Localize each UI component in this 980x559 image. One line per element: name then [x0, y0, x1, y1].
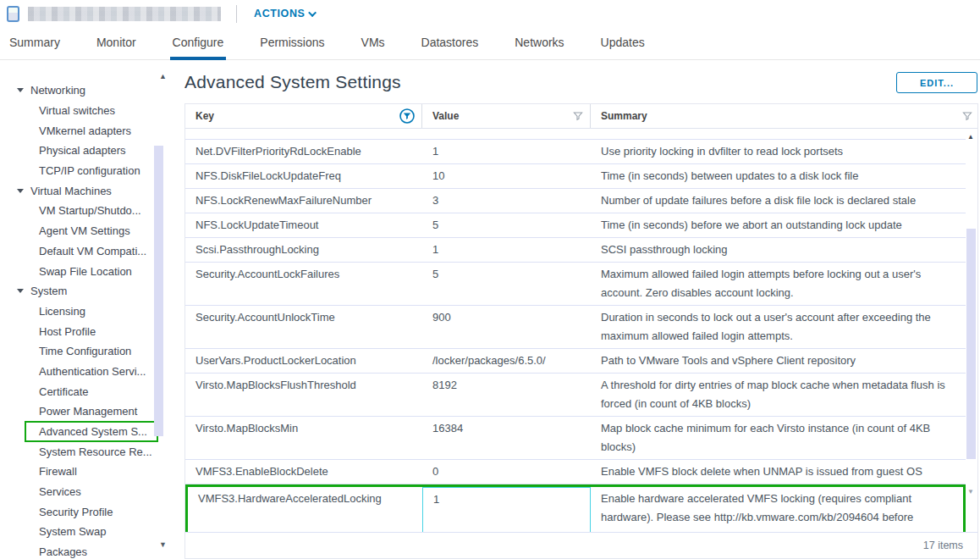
sidebar-item-label: Services — [39, 485, 81, 498]
caret-down-icon — [17, 189, 24, 193]
sidebar-item-certificate[interactable]: Certificate — [0, 381, 173, 401]
tab-label: Datastores — [421, 36, 479, 49]
sidebar-item-firewall[interactable]: Firewall — [0, 462, 173, 482]
top-bar: ACTIONS — [0, 0, 980, 27]
tab-datastores[interactable]: Datastores — [419, 27, 482, 60]
filter-icon[interactable] — [962, 111, 972, 121]
sidebar-item-label: Packages — [39, 545, 87, 558]
tab-label: Summary — [9, 36, 60, 49]
table-row-net-dvfilterpriorityrdlockenable[interactable]: Net.DVFilterPriorityRdLockEnable 1 Use p… — [185, 140, 966, 164]
tab-bar: SummaryMonitorConfigurePermissionsVMsDat… — [0, 27, 980, 60]
filter-active-icon[interactable] — [399, 108, 415, 124]
sidebar-item-security-profile[interactable]: Security Profile — [0, 501, 173, 522]
sidebar-item-virtual-machines[interactable]: Virtual Machines — [0, 180, 173, 201]
tab-label: Updates — [601, 36, 645, 49]
cell-key: NFS.LockUpdateTimeout — [185, 213, 422, 237]
table-row-nfs-lockrenewmaxfailurenumber[interactable]: NFS.LockRenewMaxFailureNumber 3 Number o… — [185, 189, 966, 213]
sidebar-item-vm-startup-shutdo[interactable]: VM Startup/Shutdo... — [0, 201, 173, 221]
sidebar-item-label: Agent VM Settings — [39, 224, 130, 237]
cell-value: 8192 — [422, 374, 591, 416]
sidebar-scrollbar-thumb[interactable] — [154, 146, 163, 436]
sidebar-item-licensing[interactable]: Licensing — [0, 302, 173, 322]
sidebar-item-system-swap[interactable]: System Swap — [0, 522, 173, 542]
table-row-nfs-lockupdatetimeout[interactable]: NFS.LockUpdateTimeout 5 Time (in seconds… — [185, 213, 966, 238]
tab-configure[interactable]: Configure — [170, 27, 227, 60]
cell-summary: Duration in seconds to lock out a user's… — [591, 306, 966, 348]
cell-value: 900 — [422, 306, 591, 348]
main-header: Advanced System Settings EDIT... — [184, 72, 978, 93]
sidebar-scroll-down-icon[interactable]: ▼ — [159, 540, 167, 549]
host-icon — [7, 6, 19, 22]
table-row-vmfs3-enableblockdelete[interactable]: VMFS3.EnableBlockDelete 0 Enable VMFS bl… — [185, 460, 966, 484]
sidebar-item-power-management[interactable]: Power Management — [0, 401, 173, 422]
sidebar-item-label: VM Startup/Shutdo... — [39, 204, 141, 217]
actions-label: ACTIONS — [254, 8, 305, 19]
sidebar-item-tcp-ip-configuration[interactable]: TCP/IP configuration — [0, 161, 173, 181]
tab-label: Configure — [173, 36, 224, 49]
tab-summary[interactable]: Summary — [7, 27, 63, 60]
sidebar-item-label: Firewall — [39, 465, 77, 478]
sidebar-item-label: Advanced System S... — [39, 425, 147, 438]
sidebar-item-vmkernel-adapters[interactable]: VMkernel adapters — [0, 120, 173, 141]
tab-label: VMs — [361, 36, 385, 49]
sidebar-item-label: Authentication Servi... — [39, 365, 146, 378]
tab-permissions[interactable]: Permissions — [257, 27, 327, 60]
sidebar-item-virtual-switches[interactable]: Virtual switches — [0, 101, 173, 121]
settings-table: Key Value — [184, 103, 978, 559]
cell-value: 1 — [422, 487, 591, 532]
actions-button[interactable]: ACTIONS — [254, 8, 317, 19]
table-scroll-up-icon[interactable]: ▲ — [967, 133, 974, 141]
sidebar-item-system-resource-re[interactable]: System Resource Re... — [0, 441, 173, 462]
cell-key: Security.AccountLockFailures — [185, 263, 422, 305]
sidebar-item-physical-adapters[interactable]: Physical adapters — [0, 141, 173, 161]
cell-key: Virsto.MapBlocksMin — [185, 417, 422, 459]
tab-label: Monitor — [96, 36, 136, 49]
filter-icon[interactable] — [573, 111, 583, 121]
sidebar-item-host-profile[interactable]: Host Profile — [0, 321, 173, 341]
cell-key: VMFS3.HardwareAcceleratedLocking — [188, 487, 422, 532]
table-row-security-accountunlocktime[interactable]: Security.AccountUnlockTime 900 Duration … — [185, 306, 966, 349]
sidebar-item-swap-file-location[interactable]: Swap File Location — [0, 261, 173, 281]
sidebar-item-label: Certificate — [39, 385, 89, 398]
sidebar-item-networking[interactable]: Networking — [0, 80, 173, 101]
sidebar-item-packages[interactable]: Packages — [0, 542, 173, 559]
table-row-security-accountlockfailures[interactable]: Security.AccountLockFailures 5 Maximum a… — [185, 263, 966, 306]
column-header-value[interactable]: Value — [422, 104, 591, 128]
cell-value: 16384 — [422, 417, 591, 459]
chevron-down-icon — [309, 8, 317, 17]
table-row-virsto-mapblocksflushthreshold[interactable]: Virsto.MapBlocksFlushThreshold 8192 A th… — [185, 374, 966, 417]
tab-vms[interactable]: VMs — [359, 27, 388, 60]
cell-key: UserVars.ProductLockerLocation — [185, 349, 422, 373]
edit-button[interactable]: EDIT... — [896, 72, 977, 93]
table-row-uservars-productlockerlocation[interactable]: UserVars.ProductLockerLocation /locker/p… — [185, 349, 966, 374]
sidebar-item-time-configuration[interactable]: Time Configuration — [0, 341, 173, 362]
tab-networks[interactable]: Networks — [512, 27, 566, 60]
cell-value: 10 — [422, 164, 591, 188]
cell-summary: Use priority locking in dvfilter to read… — [591, 140, 966, 163]
sidebar-scroll-up-icon[interactable]: ▲ — [159, 72, 167, 80]
sidebar-item-authentication-servi[interactable]: Authentication Servi... — [0, 362, 173, 382]
sidebar-item-advanced-system-s[interactable]: Advanced System S... — [0, 422, 173, 442]
table-row-scsi-passthroughlocking[interactable]: Scsi.PassthroughLocking 1 SCSI passthrou… — [185, 238, 966, 263]
sidebar-item-system[interactable]: System — [0, 281, 173, 302]
table-row-virsto-mapblocksmin[interactable]: Virsto.MapBlocksMin 16384 Map block cach… — [185, 417, 966, 460]
cell-value: 5 — [422, 263, 591, 305]
sidebar-item-agent-vm-settings[interactable]: Agent VM Settings — [0, 221, 173, 241]
sidebar-item-default-vm-compati[interactable]: Default VM Compati... — [0, 241, 173, 262]
tab-updates[interactable]: Updates — [598, 27, 647, 60]
caret-down-icon — [17, 88, 24, 92]
sidebar-item-services[interactable]: Services — [0, 482, 173, 502]
cell-value: 1 — [422, 140, 591, 163]
table-scroll-down-icon[interactable]: ▼ — [967, 488, 974, 495]
table-row-nfs-diskfilelockupdatefreq[interactable]: NFS.DiskFileLockUpdateFreq 10 Time (in s… — [185, 164, 966, 189]
cell-summary: Time (in seconds) before we abort an out… — [591, 213, 966, 237]
items-count: 17 items — [923, 540, 963, 551]
column-header-summary[interactable]: Summary — [591, 104, 977, 128]
column-header-key[interactable]: Key — [185, 104, 422, 128]
table-row-vmfs3-hardwareacceleratedlocking[interactable]: VMFS3.HardwareAcceleratedLocking 1 Enabl… — [185, 484, 966, 532]
cell-value: 1 — [422, 238, 591, 262]
table-header: Key Value — [185, 104, 977, 129]
table-scrollbar-thumb[interactable] — [966, 229, 976, 459]
cell-key: VMFS3.EnableBlockDelete — [185, 460, 422, 484]
tab-monitor[interactable]: Monitor — [94, 27, 139, 60]
